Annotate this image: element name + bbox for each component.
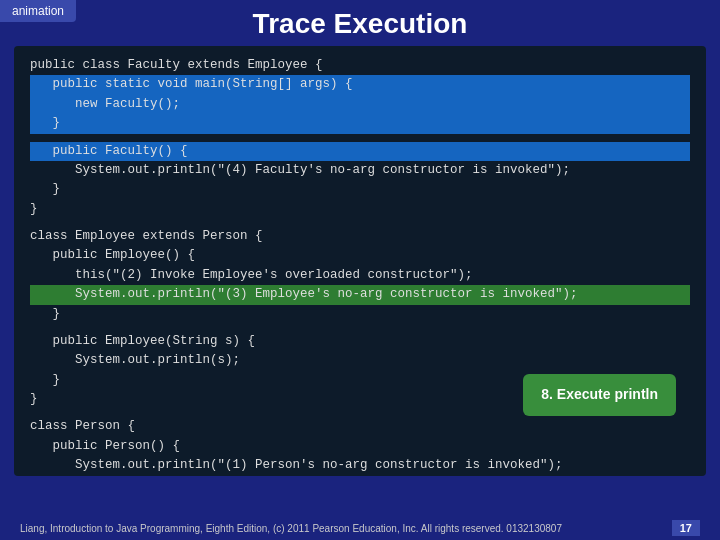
footer-text: Liang, Introduction to Java Programming,… [20,523,562,534]
tooltip-bubble: 8. Execute println [523,374,676,416]
code-line: public Employee(String s) { [30,332,690,351]
animation-tab-label: animation [12,4,64,18]
tooltip-label: 8. Execute println [541,386,658,402]
code-line-highlight: new Faculty(); [30,95,690,114]
code-line-highlight: } [30,114,690,133]
code-line: } [30,476,690,477]
code-line: class Employee extends Person { [30,227,690,246]
animation-tab[interactable]: animation [0,0,76,22]
code-line-highlight-green: System.out.println("(3) Employee's no-ar… [30,285,690,304]
code-line: class Person { [30,417,690,436]
code-line: this("(2) Invoke Employee's overloaded c… [30,266,690,285]
code-line: System.out.println("(4) Faculty's no-arg… [30,161,690,180]
code-line: public Employee() { [30,246,690,265]
code-line: public class Faculty extends Employee { [30,56,690,75]
footer: Liang, Introduction to Java Programming,… [0,516,720,540]
code-line: } [30,305,690,324]
code-line: public Person() { [30,437,690,456]
code-line-highlight: public Faculty() { [30,142,690,161]
page-title: Trace Execution [0,0,720,46]
code-line: } [30,200,690,219]
code-line-highlight: public static void main(String[] args) { [30,75,690,94]
code-line: } [30,180,690,199]
footer-page: 17 [672,520,700,536]
code-line: System.out.println(s); [30,351,690,370]
code-area: public class Faculty extends Employee { … [14,46,706,476]
code-line: System.out.println("(1) Person's no-arg … [30,456,690,475]
